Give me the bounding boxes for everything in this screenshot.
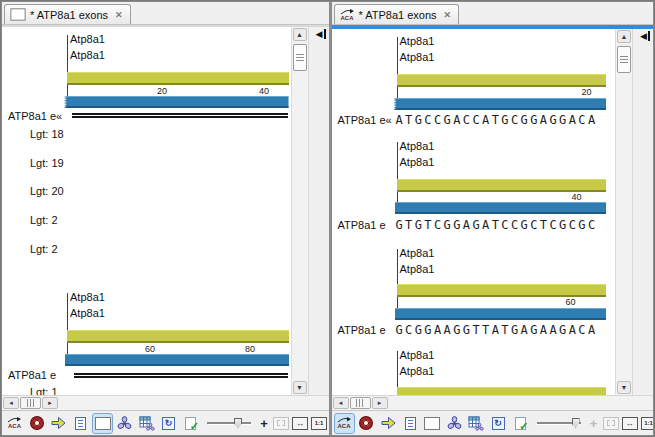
propeller-icon [447,416,462,431]
ruler-number: 20 [582,87,592,97]
annotation-bar-yellow[interactable] [397,74,607,87]
track-label: Atp8a1 [400,51,435,63]
annotation-bar-yellow[interactable] [397,284,607,297]
fit-width-button[interactable]: ↔ [292,417,308,430]
scroll-up-button[interactable]: ▲ [617,30,631,43]
collapse-side-panel-button[interactable]: ◀ [316,29,326,39]
scroll-right-button[interactable]: ▸ [42,397,58,409]
sequence-text[interactable]: ATGCCGACCATGCGGAGGACA [396,113,598,127]
right-horizontal-scrollbar[interactable]: ◂ ▸ [332,395,654,410]
sequence-view-icon: ACA [337,417,352,429]
zoom-to-selection-button[interactable] [603,417,619,430]
cloning-view-button[interactable] [445,414,464,433]
zoom-in-button[interactable]: + [258,416,270,431]
scroll-right-icon: ▸ [48,399,52,407]
fit-width-icon: ↔ [296,419,304,428]
sequence-view-icon: ACA [340,9,355,21]
collapse-side-panel-button[interactable]: ◀ [640,31,650,41]
history-view-button[interactable]: ↻ [159,414,178,433]
scroll-up-button[interactable]: ▲ [293,28,307,41]
table-view-button[interactable] [467,414,486,433]
annotation-bar-yellow[interactable] [67,330,289,343]
circular-view-button[interactable] [27,414,46,433]
track-view-button[interactable] [423,414,442,433]
sequence-row-label: ATP8a1 e [338,219,386,231]
text-view-button[interactable] [71,414,90,433]
one-to-one-icon: 1:1 [644,420,653,426]
element-info-button[interactable]: ✓ [181,414,200,433]
circular-view-button[interactable] [357,414,376,433]
scroll-down-button[interactable]: ▼ [293,381,307,394]
zoom-slider-thumb[interactable] [572,418,580,429]
annotation-bar-blue[interactable] [64,96,289,108]
cloning-view-button[interactable] [115,414,134,433]
ruler-number: 80 [245,344,255,354]
sequence-row-label: ATP8a1 e« [338,114,392,126]
right-side-panel-strip: ◀ [632,29,653,395]
table-view-button[interactable] [137,414,156,433]
annotation-bar-blue[interactable] [65,354,289,366]
zoom-in-button[interactable]: + [588,416,600,431]
scroll-left-button[interactable]: ◂ [333,397,349,409]
compressed-sequence-line[interactable] [74,373,288,378]
tab-title: * ATP8a1 exons [30,9,108,21]
scroll-down-icon: ▼ [296,384,303,391]
fit-width-button[interactable]: ↔ [622,417,638,430]
tab-atp8a1-exons-right[interactable]: ACA * ATP8a1 exons ✕ [334,4,460,24]
element-info-button[interactable]: ✓ [511,414,530,433]
track-label: Atp8a1 [400,349,435,361]
axis-line [397,37,398,98]
left-horizontal-scrollbar[interactable]: ◂ ▸ [2,395,329,410]
scroll-up-icon: ▲ [296,31,303,38]
annotation-bar-yellow[interactable] [397,179,607,192]
collapse-bar-icon [324,29,326,39]
zoom-slider[interactable] [207,417,251,430]
sequence-text[interactable]: GCGGAAGGTTATGAGAAGACA [396,323,598,337]
left-tab-bar: * ATP8a1 exons ✕ [2,2,329,25]
zoom-100-button[interactable]: 1:1 [641,417,655,430]
thumb-grip [620,56,628,64]
collapse-bar-icon [648,31,650,41]
annotation-bar-blue[interactable] [395,202,607,214]
annotation-bar-yellow[interactable] [67,72,289,85]
compressed-sequence-line[interactable] [72,113,288,118]
scroll-left-button[interactable]: ◂ [3,397,19,409]
scrollbar-thumb[interactable] [20,397,41,409]
annotation-bar-blue[interactable] [395,308,607,320]
export-graphics-button[interactable] [379,414,398,433]
sequence-view-button[interactable]: ACA [5,414,24,433]
scrollbar-thumb[interactable] [350,397,371,409]
scroll-right-button[interactable]: ▸ [372,397,388,409]
zoom-slider[interactable] [537,417,581,430]
scrollbar-thumb[interactable] [617,46,631,73]
axis-line [397,142,398,204]
annotation-bar-yellow[interactable] [397,387,607,395]
scroll-left-icon: ◂ [9,399,13,407]
sequence-view-button[interactable]: ACA [335,414,354,433]
zoom-to-selection-button[interactable] [273,417,289,430]
close-icon[interactable]: ✕ [115,10,123,20]
sequence-text[interactable]: GTGTCGGAGATCCGCTCGCGC [396,218,598,232]
history-icon: ↻ [492,417,505,430]
left-vertical-scrollbar[interactable]: ▲ ▼ [291,27,308,395]
text-view-button[interactable] [401,414,420,433]
ruler-number: 60 [566,297,576,307]
axis-line [397,249,398,309]
zoom-slider-thumb[interactable] [234,418,242,429]
track-label: Atp8a1 [400,365,435,377]
history-view-button[interactable]: ↻ [489,414,508,433]
tab-atp8a1-exons-left[interactable]: * ATP8a1 exons ✕ [4,4,131,24]
export-graphics-button[interactable] [49,414,68,433]
close-icon[interactable]: ✕ [444,10,452,20]
track-label: Atp8a1 [70,307,105,319]
tab-title: * ATP8a1 exons [359,9,437,21]
scroll-down-button[interactable]: ▼ [617,381,631,394]
scrollbar-thumb[interactable] [293,44,307,71]
scroll-down-icon: ▼ [621,384,628,391]
scroll-left-icon: ◂ [339,399,343,407]
annotation-bar-blue[interactable] [394,98,607,110]
right-vertical-scrollbar[interactable]: ▲ ▼ [615,29,632,395]
track-view-button[interactable] [93,414,112,433]
zoom-100-button[interactable]: 1:1 [311,417,327,430]
selection-box-icon [277,420,285,426]
